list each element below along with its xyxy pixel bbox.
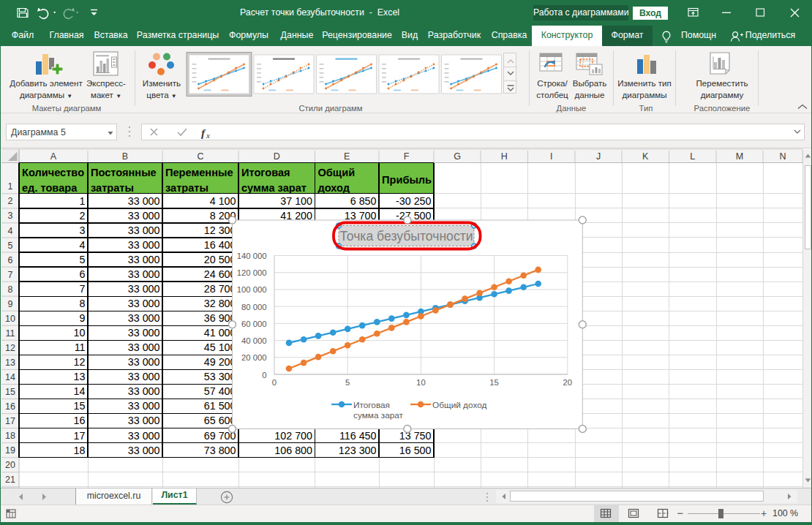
svg-text:ед. товара: ед. товара <box>22 182 78 194</box>
svg-text:116 450: 116 450 <box>339 430 377 442</box>
svg-text:33 000: 33 000 <box>128 224 160 236</box>
svg-text:73 800: 73 800 <box>204 445 236 456</box>
svg-text:Прибыль: Прибыль <box>382 174 432 186</box>
svg-text:12: 12 <box>5 343 15 353</box>
svg-text:K: K <box>642 151 649 162</box>
svg-text:18: 18 <box>5 431 15 441</box>
svg-text:D: D <box>274 151 280 162</box>
svg-text:6: 6 <box>80 268 86 280</box>
svg-text:сумма зарат: сумма зарат <box>241 182 307 194</box>
svg-text:J: J <box>596 151 601 162</box>
svg-text:сумма зарат: сумма зарат <box>353 410 404 420</box>
svg-text:14: 14 <box>5 372 15 382</box>
svg-text:33 000: 33 000 <box>128 400 160 412</box>
svg-text:7: 7 <box>8 270 13 280</box>
svg-text:1: 1 <box>80 195 86 207</box>
svg-text:41 200: 41 200 <box>280 210 312 222</box>
svg-text:F: F <box>404 151 410 162</box>
svg-text:3: 3 <box>80 224 86 236</box>
svg-text:16: 16 <box>5 401 15 412</box>
svg-text:10: 10 <box>5 314 15 324</box>
svg-text:10: 10 <box>74 327 86 339</box>
svg-text:20: 20 <box>5 460 15 470</box>
svg-text:Количество: Количество <box>22 167 84 178</box>
svg-text:9: 9 <box>80 312 86 324</box>
svg-text:13: 13 <box>74 371 86 382</box>
svg-text:7: 7 <box>80 283 86 295</box>
svg-text:3: 3 <box>8 211 13 221</box>
svg-text:20 000: 20 000 <box>241 353 267 362</box>
svg-text:8: 8 <box>8 284 13 295</box>
svg-text:20 500: 20 500 <box>204 254 236 265</box>
svg-text:0: 0 <box>272 378 277 387</box>
svg-text:1: 1 <box>8 181 13 192</box>
svg-text:33 000: 33 000 <box>128 371 160 382</box>
svg-text:17: 17 <box>5 416 15 426</box>
svg-text:H: H <box>501 151 508 162</box>
svg-text:Общий доход: Общий доход <box>432 400 486 410</box>
svg-text:140 000: 140 000 <box>237 252 267 260</box>
svg-text:33 000: 33 000 <box>128 195 160 207</box>
svg-text:Итоговая: Итоговая <box>353 400 390 410</box>
svg-text:37 100: 37 100 <box>280 195 312 207</box>
svg-text:E: E <box>344 151 350 162</box>
svg-text:33 000: 33 000 <box>128 356 160 368</box>
svg-text:6: 6 <box>8 255 13 265</box>
svg-text:Переменные: Переменные <box>165 167 233 178</box>
svg-text:33 000: 33 000 <box>128 239 160 251</box>
svg-text:-30 250: -30 250 <box>396 195 432 207</box>
svg-text:120 000: 120 000 <box>237 268 267 277</box>
svg-text:61 500: 61 500 <box>204 400 236 412</box>
svg-text:65 600: 65 600 <box>204 415 236 426</box>
svg-text:33 000: 33 000 <box>128 430 160 442</box>
svg-text:40 000: 40 000 <box>241 336 267 345</box>
svg-text:15: 15 <box>489 378 499 387</box>
svg-text:5: 5 <box>8 241 13 251</box>
svg-text:32 800: 32 800 <box>204 298 236 309</box>
svg-text:8: 8 <box>80 298 86 309</box>
svg-text:10: 10 <box>416 378 426 387</box>
svg-text:B: B <box>122 151 128 162</box>
svg-text:A: A <box>50 151 57 162</box>
svg-text:15: 15 <box>5 387 15 397</box>
svg-text:15: 15 <box>74 400 86 412</box>
svg-text:33 000: 33 000 <box>128 210 160 222</box>
svg-text:100 000: 100 000 <box>237 285 267 294</box>
svg-text:C: C <box>197 151 203 162</box>
svg-text:33 000: 33 000 <box>128 283 160 295</box>
svg-text:доход: доход <box>318 182 350 194</box>
svg-text:60 000: 60 000 <box>241 320 267 328</box>
svg-text:45 100: 45 100 <box>204 341 236 353</box>
svg-text:14: 14 <box>74 385 86 397</box>
svg-text:53 300: 53 300 <box>204 371 236 382</box>
svg-text:33 000: 33 000 <box>128 385 160 397</box>
svg-text:123 300: 123 300 <box>339 445 377 456</box>
svg-text:57 400: 57 400 <box>204 385 236 397</box>
svg-text:28 700: 28 700 <box>204 283 236 295</box>
svg-text:затраты: затраты <box>165 182 208 194</box>
svg-text:-27 500: -27 500 <box>396 210 432 222</box>
svg-text:4: 4 <box>8 226 13 236</box>
svg-text:21: 21 <box>5 475 15 485</box>
svg-text:49 200: 49 200 <box>204 356 236 368</box>
svg-text:17: 17 <box>74 430 86 442</box>
svg-text:33 000: 33 000 <box>128 298 160 309</box>
svg-text:33 000: 33 000 <box>128 254 160 265</box>
svg-text:16: 16 <box>74 415 86 426</box>
svg-text:24 600: 24 600 <box>204 268 236 280</box>
svg-text:G: G <box>454 151 461 162</box>
svg-text:33 000: 33 000 <box>128 415 160 426</box>
svg-text:16 500: 16 500 <box>399 445 432 456</box>
svg-text:9: 9 <box>8 299 13 309</box>
svg-text:33 000: 33 000 <box>128 268 160 280</box>
svg-text:33 000: 33 000 <box>128 445 160 456</box>
svg-text:M: M <box>736 151 743 162</box>
svg-text:106 800: 106 800 <box>274 445 312 456</box>
svg-text:Постоянные: Постоянные <box>91 167 157 178</box>
svg-text:2: 2 <box>80 210 86 222</box>
svg-text:затраты: затраты <box>91 182 134 194</box>
svg-text:11: 11 <box>6 328 15 339</box>
svg-text:33 000: 33 000 <box>128 341 160 353</box>
svg-text:12: 12 <box>74 356 86 368</box>
svg-text:18: 18 <box>74 445 86 456</box>
